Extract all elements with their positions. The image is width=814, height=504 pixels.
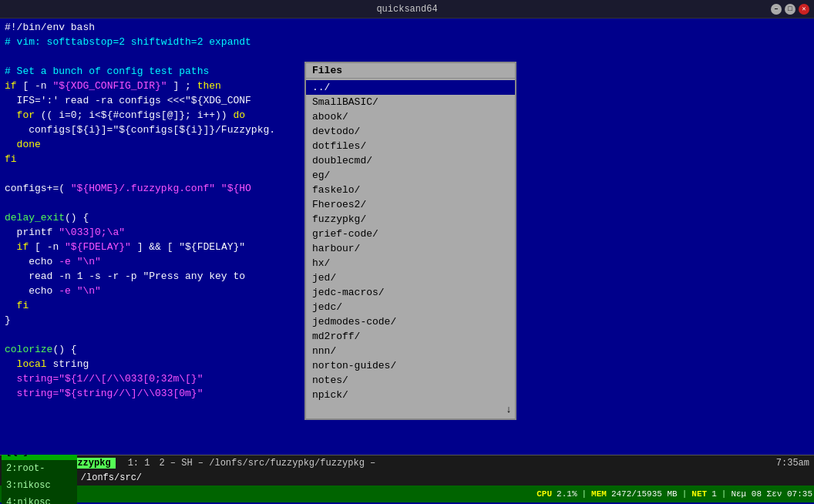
code-line: #!/bin/env bash: [5, 20, 809, 35]
file-list-item[interactable]: jedc-macros/: [306, 285, 515, 300]
mem-label: MEM: [591, 489, 607, 499]
cpu-value: 2.1%: [557, 489, 577, 499]
maximize-button[interactable]: □: [785, 4, 796, 15]
editor-area: #!/bin/env bash# vim: softtabstop=2 shif…: [0, 18, 814, 455]
file-list-item[interactable]: abook/: [306, 109, 515, 124]
close-button[interactable]: ✕: [799, 4, 809, 15]
file-list-item[interactable]: jedmodes-code/: [306, 314, 515, 329]
file-list[interactable]: ../SmallBASIC/abook/devtodo/dotfiles/dou…: [306, 79, 515, 418]
tmux-tab-3[interactable]: 3:nikosc: [2, 477, 77, 494]
code-line: # vim: softtabstop=2 shiftwidth=2 expand…: [5, 35, 809, 49]
file-list-item[interactable]: hx/: [306, 256, 515, 270]
file-list-item[interactable]: doublecmd/: [306, 153, 515, 168]
file-list-item[interactable]: notes/: [306, 373, 515, 388]
minimize-button[interactable]: –: [771, 4, 782, 15]
date-display: Νεμ 08 Σεν 07:35: [731, 489, 812, 499]
file-list-item[interactable]: jed/: [306, 270, 515, 285]
file-list-item[interactable]: Fheroes2/: [306, 197, 515, 212]
statusbar1-position: 1: 1: [122, 458, 156, 469]
mem-value: 2472/15935 MB: [611, 489, 678, 499]
file-list-item[interactable]: eg/: [306, 168, 515, 183]
net-value: 1: [711, 489, 717, 499]
file-dialog-header: Files: [306, 63, 515, 79]
file-list-item[interactable]: grief-code/: [306, 227, 515, 241]
tmux-tab-4[interactable]: 4:nikosc: [2, 494, 77, 504]
file-list-item[interactable]: faskelo/: [306, 183, 515, 197]
scroll-indicator: ↓: [306, 402, 515, 417]
window-title: quicksand64: [376, 4, 437, 15]
file-list-item[interactable]: nnn/: [306, 344, 515, 358]
statusbar1-info: 2 – SH – /lonfs/src/fuzzypkg/fuzzypkg –: [156, 458, 771, 469]
mem-separator: |: [581, 489, 587, 499]
file-dialog[interactable]: Files ../SmallBASIC/abook/devtodo/dotfil…: [304, 62, 516, 420]
statusbar1-time: 7:35am: [772, 458, 814, 469]
file-list-item[interactable]: ../: [306, 80, 515, 95]
window-controls: – □ ✕: [771, 4, 809, 15]
tmux-tab-2[interactable]: 2:root-: [2, 460, 77, 477]
file-list-item[interactable]: npick/: [306, 388, 515, 402]
tmux-statusbar: [QS]-1:root*2:root-3:nikosc4:nikosc5:nik…: [0, 486, 814, 502]
file-list-item[interactable]: devtodo/: [306, 124, 515, 139]
net-separator2: |: [722, 489, 727, 499]
file-list-item[interactable]: dotfiles/: [306, 139, 515, 153]
file-list-item[interactable]: jedc/: [306, 300, 515, 314]
file-list-item[interactable]: md2roff/: [306, 329, 515, 344]
cpu-label: CPU: [536, 489, 552, 499]
net-label: NET: [691, 489, 707, 499]
tmux-stats: CPU 2.1% | MEM 2472/15935 MB | NET 1 | Ν…: [536, 489, 812, 499]
titlebar: quicksand64 – □ ✕: [0, 0, 814, 18]
statusbar1: --------+- fuzzypkg 1: 1 2 – SH – /lonfs…: [0, 455, 814, 470]
file-dialog-title: Files: [312, 65, 342, 76]
net-separator: |: [682, 489, 688, 499]
file-list-item[interactable]: harbour/: [306, 241, 515, 256]
file-list-item[interactable]: SmallBASIC/: [306, 95, 515, 109]
file-list-item[interactable]: fuzzypkg/: [306, 212, 515, 227]
file-list-item[interactable]: norton-guides/: [306, 358, 515, 373]
statusbar2: File to edit: /lonfs/src/: [0, 470, 814, 486]
